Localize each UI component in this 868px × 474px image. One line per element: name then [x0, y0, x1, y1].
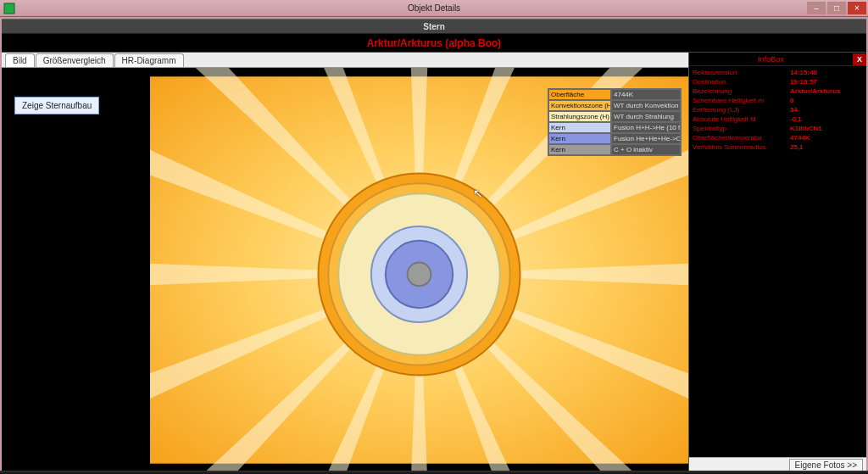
legend-label: Kern: [548, 122, 611, 133]
infobox-value: 19:10:57: [790, 77, 863, 86]
infobox-row: BezeichnungArktur/Arkturus: [693, 86, 863, 96]
infobox-key: Absolute Helligkeit M: [693, 114, 790, 124]
legend-row: KernC + O inaktiv: [548, 144, 681, 155]
close-button[interactable]: ×: [848, 2, 866, 14]
infobox-row: Entfernung (LJ)34: [693, 105, 863, 114]
infobox-key: Spektraltyp: [693, 124, 790, 133]
infobox-row: Rektaszension14:15:40: [693, 68, 863, 77]
show-structure-button[interactable]: Zeige Sternaufbau: [14, 97, 99, 114]
legend-label: Kern: [548, 144, 611, 155]
legend-row: Oberfläche4744K: [548, 89, 681, 100]
infobox-panel: InfoBox X Rektaszension14:15:40Deklinati…: [688, 53, 866, 472]
window-title: Objekt Details: [0, 3, 868, 13]
object-type-header: Stern: [2, 19, 866, 34]
infobox-key: Verhältnis Sonnenradius: [693, 142, 790, 152]
legend-desc: WT durch Konvektion: [611, 100, 681, 111]
legend-row: Strahlungszone (H)WT durch Strahlung: [548, 111, 681, 122]
infobox-row: SpektraltypK1IIIbCN1: [693, 124, 863, 133]
legend-desc: Fusion H+H->He (10 Mio. K): [611, 122, 681, 133]
infobox-row: Absolute Helligkeit M-0,1: [693, 114, 863, 124]
infobox-key: Entfernung (LJ): [693, 105, 790, 114]
legend-label: Oberfläche: [548, 89, 611, 100]
infobox-row: Scheinbare Helligkeit m0: [693, 96, 863, 105]
window-titlebar: Objekt Details – □ ×: [0, 0, 868, 17]
tab-bild[interactable]: Bild: [5, 53, 35, 67]
infobox-row: Deklination19:10:57: [693, 77, 863, 86]
infobox-value: 14:15:40: [790, 68, 863, 77]
layer-legend: Oberfläche4744KKonvektionszone (H)WT dur…: [548, 88, 682, 156]
infobox-key: Deklination: [693, 77, 790, 86]
infobox-row: Verhältnis Sonnenradius25,1: [693, 142, 863, 152]
own-photos-button[interactable]: Eigene Fotos >>: [789, 459, 863, 471]
legend-desc: WT durch Strahlung: [611, 111, 681, 122]
infobox-key: Rektaszension: [693, 68, 790, 77]
infobox-value: 0: [790, 96, 863, 105]
legend-row: Konvektionszone (H)WT durch Konvektion: [548, 100, 681, 111]
window-frame: Stern Arktur/Arkturus (alpha Boo) Bild G…: [0, 17, 868, 474]
object-name-header: Arktur/Arkturus (alpha Boo): [2, 34, 866, 53]
tab-hr-diagramm[interactable]: HR-Diagramm: [114, 53, 184, 67]
maximize-button[interactable]: □: [827, 2, 846, 14]
infobox-value: -0,1: [790, 114, 863, 124]
infobox-value: 4744K: [790, 133, 863, 142]
infobox-title: InfoBox: [689, 55, 853, 64]
legend-desc: C + O inaktiv: [611, 144, 681, 155]
infobox-key: Oberflächentemperatur: [693, 133, 790, 142]
minimize-button[interactable]: –: [807, 2, 826, 14]
infobox-key: Bezeichnung: [693, 86, 790, 96]
legend-desc: 4744K: [611, 89, 681, 100]
star-layers: [318, 173, 520, 375]
taskbar-sliver: [0, 471, 868, 474]
infobox-key: Scheinbare Helligkeit m: [693, 96, 790, 105]
tab-groessen[interactable]: Größenvergleich: [36, 53, 114, 67]
layer-circle-5: [408, 263, 431, 287]
infobox-body: Rektaszension14:15:40Deklination19:10:57…: [689, 66, 866, 457]
image-viewport: Zeige Sternaufbau: [2, 68, 688, 472]
infobox-value: 34: [790, 105, 863, 114]
legend-label: Kern: [548, 133, 611, 144]
tabbar: Bild Größenvergleich HR-Diagramm: [2, 53, 688, 68]
legend-desc: Fusion He+He+He->C (100 Mio. K): [611, 133, 681, 144]
infobox-value: Arktur/Arkturus: [790, 86, 863, 96]
infobox-value: K1IIIbCN1: [790, 124, 863, 133]
legend-row: KernFusion H+H->He (10 Mio. K): [548, 122, 681, 133]
legend-row: KernFusion He+He+He->C (100 Mio. K): [548, 133, 681, 144]
legend-label: Strahlungszone (H): [548, 111, 611, 122]
legend-label: Konvektionszone (H): [548, 100, 611, 111]
infobox-row: Oberflächentemperatur4744K: [693, 133, 863, 142]
infobox-value: 25,1: [790, 142, 863, 152]
infobox-close-button[interactable]: X: [853, 53, 866, 65]
